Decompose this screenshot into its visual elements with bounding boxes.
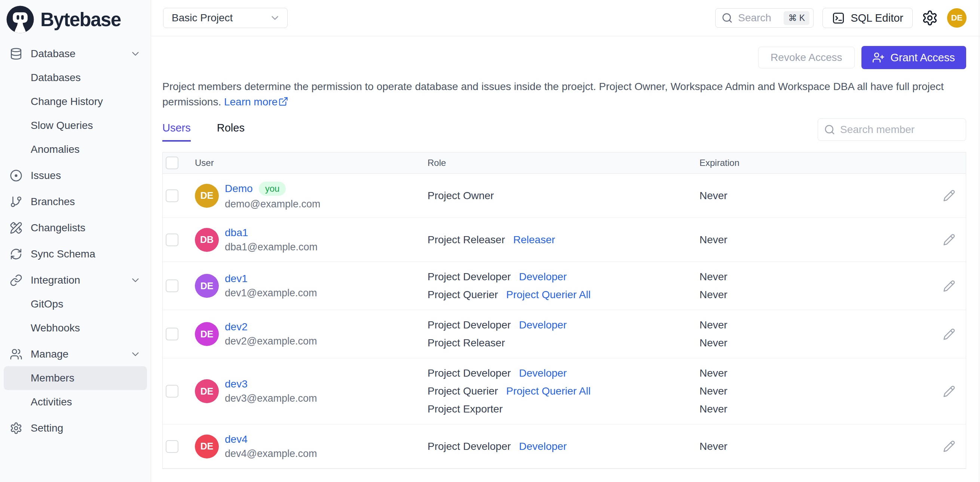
member-email: dev4@example.com — [225, 448, 317, 460]
row-checkbox[interactable] — [166, 385, 178, 398]
role-line: Project DeveloperDeveloper — [428, 364, 700, 382]
learn-more-link[interactable]: Learn more — [224, 96, 288, 108]
row-checkbox[interactable] — [166, 189, 178, 202]
members-table: User Role Expiration DEDemoyoudemo@examp… — [162, 152, 966, 469]
row-checkbox[interactable] — [166, 440, 178, 453]
row-checkbox[interactable] — [166, 328, 178, 340]
sidebar-nav: DatabaseDatabasesChange HistorySlow Quer… — [0, 36, 151, 440]
name-line: dba1 — [225, 227, 318, 239]
chevron-down-icon — [269, 12, 280, 24]
role-link[interactable]: Project Querier All — [506, 385, 590, 397]
expiration-value: Never — [700, 382, 932, 400]
sidebar-item-branches[interactable]: Branches — [4, 190, 147, 214]
edit-cell — [932, 328, 966, 340]
avatar: DE — [195, 379, 219, 403]
git-branch-icon — [10, 195, 22, 208]
role-name: Project Developer — [428, 271, 511, 283]
member-name-link[interactable]: dev1 — [225, 273, 248, 285]
search-icon — [722, 12, 733, 24]
sidebar-item-change-history[interactable]: Change History — [4, 90, 147, 114]
role-name: Project Querier — [428, 289, 498, 301]
user-avatar[interactable]: DE — [947, 8, 967, 28]
select-all-checkbox[interactable] — [166, 157, 178, 169]
expiration-value: Never — [700, 438, 932, 455]
edit-member-button[interactable] — [943, 233, 955, 246]
grant-access-button[interactable]: Grant Access — [861, 46, 966, 69]
sidebar-item-database[interactable]: Database — [4, 42, 147, 66]
role-link[interactable]: Releaser — [513, 234, 555, 246]
role-link[interactable]: Developer — [519, 367, 567, 379]
sidebar-item-anomalies[interactable]: Anomalies — [4, 138, 147, 162]
member-email: dev2@example.com — [225, 336, 317, 347]
edit-member-button[interactable] — [943, 385, 955, 398]
topbar: Basic Project Search ⌘ K SQL Editor — [151, 0, 980, 36]
user-cell: DBdba1dba1@example.com — [187, 227, 428, 253]
sidebar-item-databases[interactable]: Databases — [4, 66, 147, 90]
member-name-link[interactable]: dev4 — [225, 433, 248, 446]
role-link[interactable]: Developer — [519, 271, 567, 283]
member-name-link[interactable]: Demo — [225, 183, 253, 195]
edit-cell — [932, 440, 966, 452]
expiration-cell: NeverNeverNever — [700, 364, 932, 418]
tab-users[interactable]: Users — [162, 122, 191, 142]
role-name: Project Owner — [428, 190, 494, 202]
row-checkbox[interactable] — [166, 279, 178, 292]
sidebar-item-label: Webhooks — [31, 322, 80, 334]
sidebar-item-label: Anomalies — [31, 143, 80, 155]
sql-editor-button[interactable]: SQL Editor — [822, 8, 913, 28]
user-text: dba1dba1@example.com — [225, 227, 318, 253]
pencil-icon — [943, 385, 955, 398]
sidebar-item-gitops[interactable]: GitOps — [4, 292, 147, 316]
sidebar-item-label: Issues — [31, 170, 61, 182]
avatar: DE — [195, 322, 219, 346]
edit-member-button[interactable] — [943, 189, 955, 202]
sidebar-item-integration[interactable]: Integration — [4, 268, 147, 292]
member-name-link[interactable]: dev3 — [225, 378, 248, 390]
tab-roles[interactable]: Roles — [217, 122, 245, 142]
gear-icon — [922, 10, 938, 26]
expiration-cell: NeverNever — [700, 316, 932, 352]
edit-member-button[interactable] — [943, 440, 955, 452]
sidebar-item-issues[interactable]: Issues — [4, 164, 147, 187]
role-line: Project Owner — [428, 187, 700, 205]
row-checkbox[interactable] — [166, 233, 178, 246]
role-name: Project Releaser — [428, 234, 505, 246]
project-select[interactable]: Basic Project — [163, 8, 288, 28]
revoke-access-button[interactable]: Revoke Access — [758, 47, 854, 68]
row-checkbox-cell — [163, 440, 187, 453]
role-link[interactable]: Developer — [519, 441, 567, 452]
sidebar: Bytebase DatabaseDatabasesChange History… — [0, 0, 151, 482]
sidebar-item-members[interactable]: Members — [4, 366, 147, 390]
sidebar-item-slow-queries[interactable]: Slow Queries — [4, 114, 147, 138]
edit-member-button[interactable] — [943, 280, 955, 292]
global-search-input[interactable]: Search ⌘ K — [715, 8, 813, 28]
sidebar-item-label: Change History — [31, 96, 103, 108]
sql-editor-label: SQL Editor — [851, 12, 903, 24]
role-cell: Project DeveloperDeveloper — [428, 438, 700, 455]
brand-logo[interactable]: Bytebase — [0, 0, 151, 36]
sidebar-item-manage[interactable]: Manage — [4, 342, 147, 366]
sidebar-item-setting[interactable]: Setting — [4, 416, 147, 440]
sidebar-item-label: Branches — [31, 196, 75, 208]
sidebar-item-webhooks[interactable]: Webhooks — [4, 316, 147, 340]
role-link[interactable]: Developer — [519, 319, 567, 331]
member-row-dev1: DEdev1dev1@example.comProject DeveloperD… — [163, 262, 966, 310]
user-cell: DEdev2dev2@example.com — [187, 321, 428, 347]
user-cell: DEdev1dev1@example.com — [187, 273, 428, 299]
role-line: Project DeveloperDeveloper — [428, 316, 700, 334]
member-name-link[interactable]: dev2 — [225, 321, 248, 333]
row-checkbox-cell — [163, 233, 187, 246]
role-line: Project DeveloperDeveloper — [428, 268, 700, 286]
member-name-link[interactable]: dba1 — [225, 227, 248, 239]
member-email: dba1@example.com — [225, 241, 318, 253]
sidebar-item-activities[interactable]: Activities — [4, 390, 147, 414]
expiration-value: Never — [700, 316, 932, 334]
member-search-input[interactable]: Search member — [818, 119, 966, 141]
settings-gear-button[interactable] — [922, 10, 938, 26]
sidebar-item-changelists[interactable]: Changelists — [4, 216, 147, 240]
grant-access-label: Grant Access — [891, 52, 955, 64]
edit-member-button[interactable] — [943, 328, 955, 340]
chevron-down-icon — [130, 349, 141, 360]
sidebar-item-sync-schema[interactable]: Sync Schema — [4, 242, 147, 266]
role-link[interactable]: Project Querier All — [506, 289, 590, 301]
